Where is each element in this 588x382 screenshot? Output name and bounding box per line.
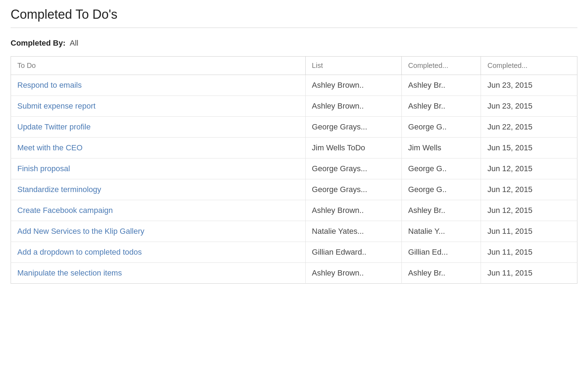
completed-date-cell: Jun 11, 2015 xyxy=(481,221,577,242)
completed-by-cell: Gillian Ed... xyxy=(402,242,481,263)
list-cell: Natalie Yates... xyxy=(305,221,402,242)
list-cell: Gillian Edward.. xyxy=(305,242,402,263)
table-row: Add New Services to the Klip GalleryNata… xyxy=(11,221,577,242)
todo-name-cell[interactable]: Add a dropdown to completed todos xyxy=(11,242,306,263)
todo-name-cell[interactable]: Finish proposal xyxy=(11,158,306,179)
table-row: Submit expense reportAshley Brown..Ashle… xyxy=(11,96,577,117)
list-cell: George Grays... xyxy=(305,158,402,179)
completed-date-cell: Jun 23, 2015 xyxy=(481,96,577,117)
todo-name-cell[interactable]: Submit expense report xyxy=(11,96,306,117)
list-cell: George Grays... xyxy=(305,117,402,138)
todo-name-cell[interactable]: Create Facebook campaign xyxy=(11,200,306,221)
list-cell: George Grays... xyxy=(305,179,402,200)
todo-name-cell[interactable]: Update Twitter profile xyxy=(11,117,306,138)
completed-by-cell: Ashley Br.. xyxy=(402,200,481,221)
list-cell: Ashley Brown.. xyxy=(305,263,402,284)
table-row: Standardize terminologyGeorge Grays...Ge… xyxy=(11,179,577,200)
table-header-row: To Do List Completed... Completed... xyxy=(11,57,577,75)
todo-name-cell[interactable]: Meet with the CEO xyxy=(11,138,306,158)
col-header-completed-date: Completed... xyxy=(481,57,577,75)
completed-date-cell: Jun 12, 2015 xyxy=(481,158,577,179)
completed-date-cell: Jun 22, 2015 xyxy=(481,117,577,138)
completed-by-cell: Ashley Br.. xyxy=(402,96,481,117)
list-cell: Ashley Brown.. xyxy=(305,96,402,117)
todo-name-cell[interactable]: Manipulate the selection items xyxy=(11,263,306,284)
table-row: Finish proposalGeorge Grays...George G..… xyxy=(11,158,577,179)
completed-date-cell: Jun 12, 2015 xyxy=(481,200,577,221)
table-row: Update Twitter profileGeorge Grays...Geo… xyxy=(11,117,577,138)
completed-date-cell: Jun 15, 2015 xyxy=(481,138,577,158)
filter-value: All xyxy=(70,39,78,48)
todo-table: To Do List Completed... Completed... Res… xyxy=(11,56,577,284)
table-row: Meet with the CEOJim Wells ToDoJim Wells… xyxy=(11,138,577,158)
completed-by-cell: Ashley Br.. xyxy=(402,75,481,96)
col-header-todo: To Do xyxy=(11,57,306,75)
col-header-list: List xyxy=(305,57,402,75)
table-row: Add a dropdown to completed todosGillian… xyxy=(11,242,577,263)
filter-label: Completed By: xyxy=(11,39,65,48)
todo-name-cell[interactable]: Standardize terminology xyxy=(11,179,306,200)
completed-date-cell: Jun 11, 2015 xyxy=(481,242,577,263)
todo-name-cell[interactable]: Add New Services to the Klip Gallery xyxy=(11,221,306,242)
completed-date-cell: Jun 11, 2015 xyxy=(481,263,577,284)
completed-by-cell: George G.. xyxy=(402,117,481,138)
table-row: Create Facebook campaignAshley Brown..As… xyxy=(11,200,577,221)
completed-date-cell: Jun 12, 2015 xyxy=(481,179,577,200)
table-row: Respond to emailsAshley Brown..Ashley Br… xyxy=(11,75,577,96)
list-cell: Ashley Brown.. xyxy=(305,75,402,96)
list-cell: Jim Wells ToDo xyxy=(305,138,402,158)
completed-by-cell: Jim Wells xyxy=(402,138,481,158)
list-cell: Ashley Brown.. xyxy=(305,200,402,221)
completed-by-cell: Natalie Y... xyxy=(402,221,481,242)
filter-bar: Completed By: All xyxy=(11,39,577,48)
completed-by-cell: Ashley Br.. xyxy=(402,263,481,284)
completed-by-cell: George G.. xyxy=(402,179,481,200)
table-row: Manipulate the selection itemsAshley Bro… xyxy=(11,263,577,284)
page-title: Completed To Do's xyxy=(11,7,577,28)
completed-by-cell: George G.. xyxy=(402,158,481,179)
completed-date-cell: Jun 23, 2015 xyxy=(481,75,577,96)
todo-name-cell[interactable]: Respond to emails xyxy=(11,75,306,96)
col-header-completed-by: Completed... xyxy=(402,57,481,75)
